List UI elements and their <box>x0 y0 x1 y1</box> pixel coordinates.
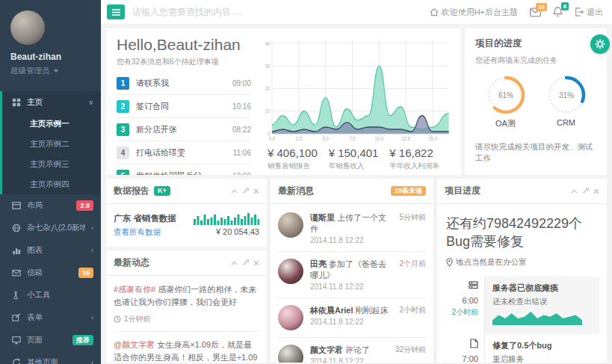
user-role-dropdown[interactable]: 超级管理员 <box>10 66 90 76</box>
sidebar-item-misc[interactable]: 杂七杂八(2.0新增) ‹ <box>0 217 101 239</box>
sidebar-item-label: 图表 <box>27 245 85 256</box>
hashtag-link[interactable]: #感谢有你# <box>114 285 155 294</box>
collapse-icon[interactable] <box>231 261 238 265</box>
wrench-icon[interactable] <box>582 188 589 194</box>
sidebar-item-forms[interactable]: 表单 ‹ <box>0 306 101 329</box>
collapse-icon[interactable] <box>571 189 578 194</box>
svg-text:2.5: 2.5 <box>296 135 302 141</box>
globe-icon <box>11 223 21 232</box>
avatar[interactable] <box>278 212 303 238</box>
close-icon[interactable] <box>253 188 259 194</box>
donut-label: CRM <box>545 118 588 127</box>
desktop-icon <box>11 336 21 345</box>
main-area: 欢迎使用H+后台主题 16 8 退出 <box>101 0 612 364</box>
sidebar-item-label: 其他页面 <box>27 357 85 364</box>
clock-icon <box>114 315 121 323</box>
avatar[interactable] <box>278 305 303 330</box>
message-author-link[interactable]: 林依晨Ariel <box>310 306 353 315</box>
project-timeline-panel: 项目进度 还有约79842492229个Bug需要修复 地点当然是在办公室 <box>437 179 607 363</box>
close-icon[interactable] <box>593 188 599 194</box>
sidebar-subitem-home-1[interactable]: 主页示例一 <box>2 114 101 134</box>
mail-button[interactable]: 16 <box>530 7 541 17</box>
timeline: 6:00 2小时前 服务器已彻底瘫痪 还未检查出错误 <box>445 277 599 363</box>
stat-label: 半年收入利润率 <box>389 161 451 171</box>
stat-sales-report: ¥ 406,100 销售营销报告 <box>268 146 329 171</box>
message-row: 田亮 参加了《爸爸去哪儿》 2014.11.8 12:22 2个月前 <box>278 252 426 298</box>
panel-tools <box>231 259 259 266</box>
collapse-icon[interactable] <box>231 189 238 194</box>
timeline-text: 重启服务 <box>492 354 592 363</box>
task-label: 签订合同 <box>136 101 226 112</box>
stat-value: ¥ 150,401 <box>329 146 390 159</box>
sidebar-item-pages[interactable]: 页面 推荐 <box>0 329 101 351</box>
search-input[interactable] <box>132 7 304 17</box>
welcome-text: 欢迎使用H+后台主题 <box>442 7 518 18</box>
crm-donut-chart: 31% <box>545 73 588 117</box>
task-row: 3 新分店开张 08:22 <box>117 118 251 141</box>
sidebar-item-widgets[interactable]: 小工具 <box>0 284 101 306</box>
message-author-link[interactable]: 谨斯里 <box>310 213 335 222</box>
project-body: 还有约79842492229个Bug需要修复 地点当然是在办公室 6:00 2小… <box>437 204 607 363</box>
server-icon <box>469 281 478 290</box>
sidebar-item-layout[interactable]: 布局 2.0 <box>0 194 101 217</box>
donut-crm: 31% CRM <box>545 73 588 129</box>
task-row: 1 请联系我 09:00 <box>117 72 251 95</box>
menu-toggle-button[interactable] <box>107 4 125 19</box>
wrench-icon[interactable] <box>242 259 249 266</box>
pages-badge: 推荐 <box>72 335 93 345</box>
sidebar-item-home[interactable]: 主页 ∨ <box>2 91 101 114</box>
stat-label: 年销售收入 <box>329 161 390 171</box>
wrench-icon[interactable] <box>242 188 249 194</box>
sidebar-item-other-pages[interactable]: 其他页面 ‹ <box>0 351 101 364</box>
task-number-badge: 4 <box>117 146 129 159</box>
mention-link[interactable]: @颜文字君 <box>114 340 155 349</box>
message-author-link[interactable]: 田亮 <box>310 259 327 268</box>
oa-donut-chart: 61% <box>484 73 528 117</box>
svg-text:30: 30 <box>265 63 271 69</box>
notifications-button[interactable]: 8 <box>553 7 563 17</box>
avatar[interactable] <box>10 10 45 45</box>
unread-badge: 10条未读 <box>391 186 426 197</box>
file-icon <box>470 339 478 348</box>
message-date: 2014.11.8 12:22 <box>310 283 392 291</box>
chevron-left-icon: ‹ <box>91 224 93 232</box>
sidebar-subitem-home-4[interactable]: 主页示例四 <box>2 174 101 194</box>
panel-title: 项目进度 <box>445 185 480 197</box>
message-row: 林依晨Ariel 刚刚起床 2014.11.8 12:22 2小时前 <box>278 298 426 338</box>
svg-text:20: 20 <box>265 85 271 91</box>
report-amount: ¥ 20 054.43 <box>194 227 260 236</box>
th-large-icon <box>11 98 21 107</box>
panel-header: 数据报告 K+ <box>106 179 267 204</box>
view-all-data-link[interactable]: 查看所有数据 <box>114 227 161 238</box>
task-row: 4 打电话给璟雯 11:06 <box>117 141 251 164</box>
sidebar-item-label: 页面 <box>27 335 67 345</box>
sidebar-subitem-home-2[interactable]: 主页示例二 <box>2 134 101 154</box>
message-author-link[interactable]: 颜文字君 <box>310 345 343 354</box>
close-icon[interactable] <box>253 260 259 266</box>
message-row: 颜文字君 评论了 2014.11.8 12:22 【九部令人拍案叫绝的惊悚悬疑剧… <box>278 338 426 363</box>
sales-chart-block: 0102030400.02.55.07.510.012.515.0 ¥ 406,… <box>262 34 451 169</box>
svg-text:31%: 31% <box>558 91 573 99</box>
sidebar-item-mailbox[interactable]: 信箱 16 <box>0 262 101 284</box>
message-ago: 32分钟前 <box>395 345 426 363</box>
gear-icon <box>595 39 605 49</box>
task-number-badge: 3 <box>117 123 129 136</box>
refresh-icon <box>11 358 21 364</box>
sidebar-item-charts[interactable]: 图表 ‹ <box>0 239 101 262</box>
news-post: @颜文字君 女生身高×1.09后，就是最适合你的男生身高！相反，男生是÷1.09… <box>114 339 259 363</box>
sidebar-subitem-home-3[interactable]: 主页示例三 <box>2 154 101 174</box>
avatar[interactable] <box>278 345 303 363</box>
message-ago: 2个月前 <box>399 259 426 291</box>
donut-label: OA测 <box>484 118 528 129</box>
sidebar-item-label: 信箱 <box>27 268 72 278</box>
stat-value: ¥ 406,100 <box>268 146 329 159</box>
sidebar-group-home: 主页 ∨ 主页示例一 主页示例二 主页示例三 主页示例四 <box>0 91 101 194</box>
theme-config-button[interactable] <box>590 34 610 54</box>
welcome-link[interactable]: 欢迎使用H+后台主题 <box>430 7 518 18</box>
server-sparkline-chart <box>492 312 592 325</box>
panel-header: 项目进度 <box>437 179 607 204</box>
user-role-label: 超级管理员 <box>10 66 50 76</box>
task-label: 打电话给璟雯 <box>136 147 226 158</box>
logout-button[interactable]: 退出 <box>575 7 603 18</box>
avatar[interactable] <box>278 259 303 284</box>
